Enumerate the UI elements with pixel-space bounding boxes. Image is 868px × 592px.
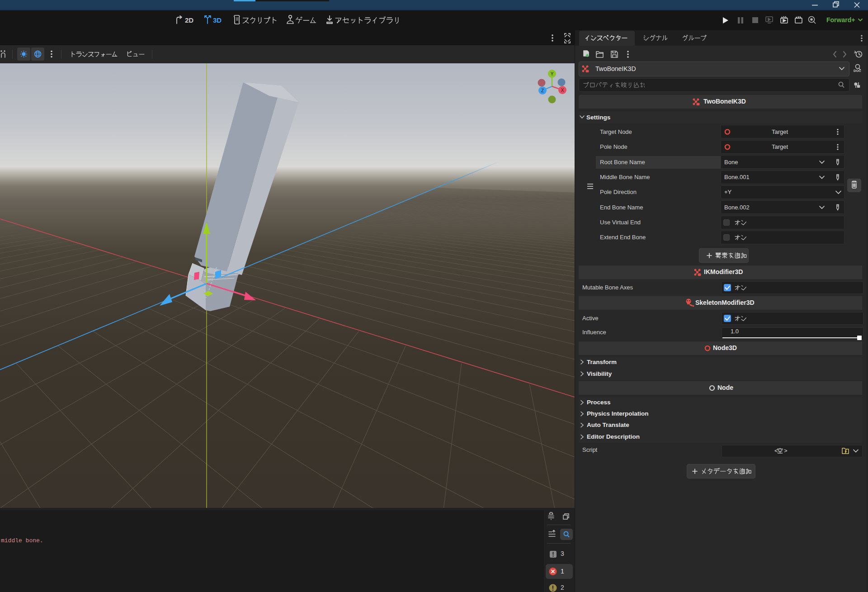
svg-text:Y: Y: [551, 71, 554, 76]
svg-text:Z: Z: [541, 88, 544, 93]
svg-text:X: X: [561, 88, 564, 93]
